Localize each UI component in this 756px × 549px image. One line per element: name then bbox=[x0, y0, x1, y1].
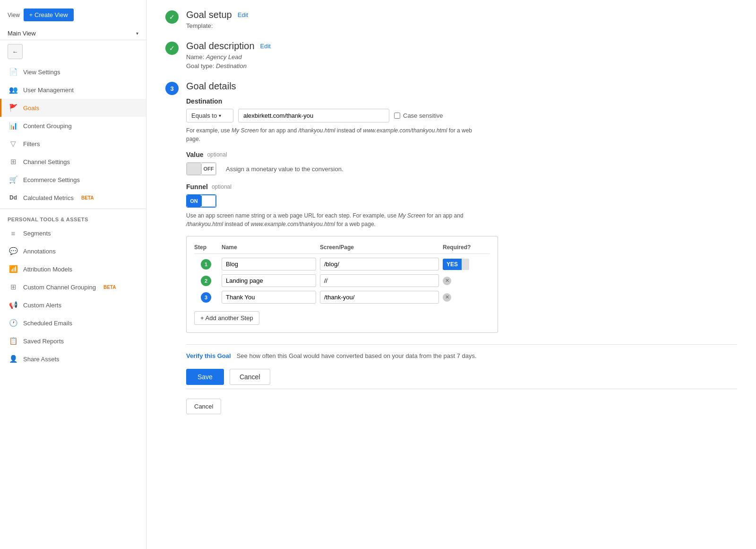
funnel-name-input-1[interactable] bbox=[222, 258, 316, 270]
case-sensitive-label[interactable]: Case sensitive bbox=[394, 112, 443, 119]
sidebar-item-label: Custom Alerts bbox=[23, 302, 61, 309]
sidebar-item-share-assets[interactable]: 👤 Share Assets bbox=[0, 350, 146, 368]
add-step-button[interactable]: + Add another Step bbox=[194, 311, 259, 325]
funnel-url-input-2[interactable] bbox=[320, 274, 439, 287]
verify-link[interactable]: Verify this Goal bbox=[186, 352, 231, 359]
step1-title: Goal setup bbox=[186, 9, 232, 20]
step1-edit-link[interactable]: Edit bbox=[238, 11, 248, 18]
funnel-help-text: Use an app screen name string or a web p… bbox=[186, 211, 479, 228]
grid-icon: ⊞ bbox=[9, 157, 17, 166]
sidebar-item-custom-channel-grouping[interactable]: ⊞ Custom Channel Grouping BETA bbox=[0, 278, 146, 296]
funnel-step-num-1: 1 bbox=[201, 259, 211, 270]
step1-title-row: Goal setup Edit bbox=[186, 9, 737, 20]
sidebar: View + Create View Main View ▾ ← 📄 View … bbox=[0, 0, 146, 549]
step3-title: Goal details bbox=[186, 81, 236, 92]
save-button[interactable]: Save bbox=[186, 369, 224, 385]
equals-dropdown[interactable]: Equals to ▾ bbox=[186, 109, 233, 122]
action-row: Save Cancel bbox=[186, 369, 737, 389]
step2-content: Goal description Edit Name: Agency Lead … bbox=[186, 41, 737, 70]
remove-row-3-button[interactable]: ✕ bbox=[443, 293, 451, 302]
col-name: Name bbox=[222, 244, 316, 251]
step1-subtitle: Template: bbox=[186, 22, 737, 29]
no-button-1[interactable] bbox=[462, 259, 469, 270]
funnel-required-toggle-1[interactable]: YES bbox=[443, 259, 490, 270]
col-required: Required? bbox=[443, 244, 490, 251]
sidebar-item-attribution-models[interactable]: 📶 Attribution Models bbox=[0, 260, 146, 278]
chart-icon: 📊 bbox=[9, 122, 17, 130]
funnel-name-input-3[interactable] bbox=[222, 291, 316, 304]
sidebar-item-label: User Management bbox=[23, 87, 74, 94]
step2-edit-link[interactable]: Edit bbox=[260, 43, 271, 50]
yes-button-1[interactable]: YES bbox=[443, 259, 462, 270]
funnel-label: Funnel bbox=[186, 183, 208, 191]
step1-content: Goal setup Edit Template: bbox=[186, 9, 737, 29]
view-label: View bbox=[8, 12, 20, 18]
share-icon: 👤 bbox=[9, 355, 17, 363]
value-header: Value optional bbox=[186, 151, 737, 158]
sidebar-item-goals[interactable]: 🚩 Goals bbox=[0, 99, 146, 117]
document-icon: 📄 bbox=[9, 68, 17, 76]
create-view-button[interactable]: + Create View bbox=[24, 9, 74, 21]
remove-row-2-button[interactable]: ✕ bbox=[443, 277, 451, 285]
step3-title-row: Goal details bbox=[186, 81, 737, 92]
step3-content: Goal details Destination Equals to ▾ Cas… bbox=[186, 81, 737, 414]
sidebar-item-custom-alerts[interactable]: 📢 Custom Alerts bbox=[0, 296, 146, 314]
selected-view: Main View bbox=[8, 30, 36, 37]
destination-row: Equals to ▾ Case sensitive bbox=[186, 109, 737, 122]
back-button[interactable]: ← bbox=[8, 44, 23, 59]
filter-icon: ▽ bbox=[9, 139, 17, 148]
annotations-icon: 💬 bbox=[9, 247, 17, 255]
funnel-table-header: Step Name Screen/Page Required? bbox=[194, 244, 490, 254]
sidebar-item-calculated-metrics[interactable]: Dd Calculated Metrics BETA bbox=[0, 189, 146, 207]
main-content: ✓ Goal setup Edit Template: ✓ Goal descr… bbox=[146, 0, 756, 549]
sidebar-item-saved-reports[interactable]: 📋 Saved Reports bbox=[0, 332, 146, 350]
sidebar-item-label: Filters bbox=[23, 140, 40, 148]
funnel-step-num-3: 3 bbox=[201, 292, 211, 303]
alerts-icon: 📢 bbox=[9, 301, 17, 309]
sidebar-item-scheduled-emails[interactable]: 🕐 Scheduled Emails bbox=[0, 314, 146, 332]
value-toggle[interactable]: OFF bbox=[186, 162, 216, 175]
case-sensitive-checkbox[interactable] bbox=[394, 113, 400, 119]
sidebar-item-view-settings[interactable]: 📄 View Settings bbox=[0, 63, 146, 81]
col-screen: Screen/Page bbox=[320, 244, 439, 251]
sidebar-item-segments[interactable]: ≡ Segments bbox=[0, 224, 146, 242]
value-optional: optional bbox=[207, 151, 227, 158]
col-step: Step bbox=[194, 244, 218, 251]
sidebar-item-channel-settings[interactable]: ⊞ Channel Settings bbox=[0, 153, 146, 171]
sidebar-item-label: Share Assets bbox=[23, 356, 60, 363]
step2-circle: ✓ bbox=[165, 42, 179, 55]
beta-badge-channel: BETA bbox=[103, 285, 116, 290]
sidebar-item-filters[interactable]: ▽ Filters bbox=[0, 135, 146, 153]
dropdown-arrow-icon: ▾ bbox=[136, 31, 138, 36]
funnel-step-num-2: 2 bbox=[201, 276, 211, 286]
funnel-row-1: 1 YES bbox=[194, 258, 490, 270]
sidebar-item-label: Content Grouping bbox=[23, 122, 72, 130]
dd-icon: Dd bbox=[9, 193, 17, 202]
step2-name-row: Name: Agency Lead bbox=[186, 53, 737, 61]
sidebar-item-content-grouping[interactable]: 📊 Content Grouping bbox=[0, 117, 146, 135]
funnel-name-input-2[interactable] bbox=[222, 274, 316, 287]
step2-section: ✓ Goal description Edit Name: Agency Lea… bbox=[165, 41, 737, 70]
value-label: Value bbox=[186, 151, 204, 158]
sidebar-divider bbox=[0, 209, 146, 209]
cancel-bottom-button[interactable]: Cancel bbox=[186, 399, 221, 414]
equals-label: Equals to bbox=[191, 112, 217, 119]
email-icon: 🕐 bbox=[9, 319, 17, 327]
funnel-table: Step Name Screen/Page Required? 1 YES bbox=[186, 236, 498, 333]
funnel-toggle[interactable]: ON bbox=[186, 194, 216, 208]
sidebar-item-label: Attribution Models bbox=[23, 266, 72, 273]
url-input[interactable] bbox=[238, 109, 389, 122]
sidebar-item-ecommerce-settings[interactable]: 🛒 Ecommerce Settings bbox=[0, 171, 146, 189]
flag-icon: 🚩 bbox=[9, 104, 17, 112]
verify-section: Verify this Goal See how often this Goal… bbox=[186, 344, 737, 359]
sidebar-item-label: Calculated Metrics bbox=[23, 194, 74, 201]
cancel-button[interactable]: Cancel bbox=[230, 369, 270, 385]
funnel-toggle-on-label: ON bbox=[187, 195, 201, 207]
users-icon: 👥 bbox=[9, 86, 17, 94]
back-icon: ← bbox=[12, 48, 18, 55]
funnel-url-input-1[interactable] bbox=[320, 258, 439, 270]
sidebar-item-user-management[interactable]: 👥 User Management bbox=[0, 81, 146, 99]
view-dropdown[interactable]: Main View ▾ bbox=[0, 27, 146, 40]
sidebar-item-annotations[interactable]: 💬 Annotations bbox=[0, 242, 146, 260]
funnel-url-input-3[interactable] bbox=[320, 291, 439, 304]
